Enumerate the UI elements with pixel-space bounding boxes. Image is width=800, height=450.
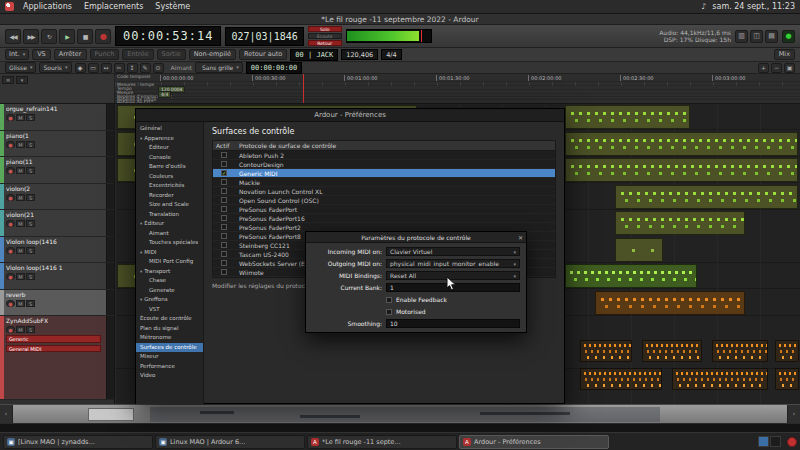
sync-mini-clock[interactable]: 00 | JACK <box>290 49 338 61</box>
indicator-retour[interactable]: Retour <box>308 40 342 46</box>
surface-checkbox[interactable] <box>221 215 227 221</box>
surface-checkbox[interactable] <box>221 233 227 239</box>
track-solo-button[interactable]: S <box>26 194 35 201</box>
mixer-tab-button[interactable]: Mix <box>774 49 795 60</box>
gnome-menu[interactable]: Applications <box>21 2 74 11</box>
midi-region[interactable] <box>712 340 768 362</box>
prefs-tree-item[interactable]: Barre d'outils <box>136 162 203 172</box>
nudge-clock[interactable]: 00:00:00:00 <box>246 62 302 74</box>
summary-view-rect[interactable] <box>88 408 134 421</box>
track-solo-button[interactable]: S <box>26 220 35 227</box>
track-badge[interactable]: General MIDI <box>6 345 101 353</box>
track-solo-button[interactable]: S <box>26 114 35 121</box>
prefs-tree-item[interactable]: Excentricités <box>136 181 203 191</box>
editor-summary[interactable]: ‹ › <box>0 404 800 424</box>
surface-checkbox[interactable] <box>221 206 227 212</box>
taskbar-item[interactable]: ▣[Linux MAO | zynadds… <box>3 435 153 449</box>
window-titlebar[interactable]: *Le fil rouge -11 septembre 2022 - Ardou… <box>0 14 800 25</box>
summary-scroll-right-icon[interactable]: › <box>787 405 800 423</box>
track-solo-button[interactable]: S <box>26 300 35 307</box>
edit-point-combo[interactable]: Souris ▾ <box>39 62 71 73</box>
transport-option-button[interactable]: Entrée <box>122 49 153 60</box>
track-record-arm-button[interactable]: ● <box>6 273 15 280</box>
surface-row[interactable]: Ableton Push 2 <box>213 151 555 160</box>
zoom-in-icon[interactable]: + <box>758 63 769 73</box>
mixer-window-icon[interactable]: ◫ <box>750 30 763 43</box>
transport-option-button[interactable]: Non-empilé <box>189 49 236 60</box>
prefs-tree-item[interactable]: Recorder <box>136 191 203 201</box>
midi-region[interactable] <box>595 291 745 315</box>
zoom-to-fit-icon[interactable]: ▣ <box>784 63 795 73</box>
trash-icon[interactable] <box>787 437 797 447</box>
prefs-tree-item[interactable]: ▾Transport <box>136 267 203 277</box>
range-tool[interactable]: ↔ <box>101 63 112 73</box>
meterbridge-icon[interactable]: ▥ <box>735 30 748 43</box>
transport-option-button[interactable]: Sortie <box>157 49 186 60</box>
workspace-2[interactable] <box>770 436 781 447</box>
track-mute-button[interactable]: M <box>16 247 25 254</box>
surface-row[interactable]: Open Sound Control (OSC) <box>213 196 555 205</box>
midi-region[interactable] <box>672 368 768 390</box>
prefs-tree-item[interactable]: Console <box>136 153 203 163</box>
midi-region[interactable] <box>565 158 798 182</box>
track-header[interactable]: reverb●MS <box>0 290 114 317</box>
track-badge[interactable]: Generic <box>6 335 101 343</box>
midi-region[interactable] <box>615 211 745 235</box>
track-name[interactable]: violon(21 <box>6 211 104 219</box>
prefs-tree-item[interactable]: Performance <box>136 362 203 372</box>
track-record-arm-button[interactable]: ● <box>6 114 15 121</box>
track-record-arm-button[interactable]: ● <box>6 194 15 201</box>
speaker-icon[interactable]: ♪ <box>701 2 706 11</box>
track-solo-button[interactable]: S <box>26 247 35 254</box>
surface-checkbox[interactable] <box>221 152 227 158</box>
transport-option-button[interactable]: Arrêter <box>54 49 87 60</box>
grab-tool[interactable]: ▭ <box>88 63 99 73</box>
go-end-button[interactable]: ▶▶ <box>23 29 39 44</box>
surface-row[interactable]: Novation Launch Control XL <box>213 187 555 196</box>
midi-region[interactable] <box>615 185 798 209</box>
surface-row[interactable]: PreSonus FaderPort <box>213 205 555 214</box>
track-header[interactable]: Violon loop(1416 1●MS <box>0 263 114 290</box>
taskbar-item[interactable]: A*Le fil rouge -11 septe… <box>307 435 457 449</box>
prefs-tree-item[interactable]: ▾MIDI <box>136 248 203 258</box>
protocol-select[interactable]: physical_midi_input_monitor_enable▾ <box>386 259 520 268</box>
protocol-checkbox[interactable] <box>386 309 392 315</box>
track-mute-button[interactable]: M <box>16 194 25 201</box>
summary-scroll-left-icon[interactable]: ‹ <box>0 405 13 423</box>
play-button[interactable]: ▶ <box>59 29 75 44</box>
gnome-clock[interactable]: sam. 24 sept., 11:23 <box>712 2 795 11</box>
draw-tool[interactable]: ✎ <box>140 63 151 73</box>
track-solo-button[interactable]: S <box>26 326 35 333</box>
track-solo-button[interactable]: S <box>26 141 35 148</box>
record-button[interactable]: ● <box>95 29 111 44</box>
protocol-select[interactable]: Clavier Virtuel▾ <box>386 247 520 256</box>
zoom-out-icon[interactable]: − <box>771 63 782 73</box>
track-record-arm-button[interactable]: ● <box>6 220 15 227</box>
track-record-arm-button[interactable]: ● <box>6 300 15 307</box>
surface-checkbox[interactable] <box>221 197 227 203</box>
prefs-tree-item[interactable]: ▾Greffons <box>136 295 203 305</box>
loop-button[interactable]: ↻ <box>41 29 57 44</box>
indicator-écoute[interactable]: Écoute <box>308 33 342 39</box>
edit-tool[interactable]: ⊙ <box>153 63 164 73</box>
track-name[interactable]: piano(11 <box>6 158 104 166</box>
midi-region[interactable] <box>580 368 662 390</box>
gnome-menu[interactable]: Système <box>153 2 192 11</box>
track-record-arm-button[interactable]: ● <box>6 326 15 333</box>
prefs-tree-item[interactable]: Couleurs <box>136 172 203 182</box>
prefs-tree-item[interactable]: Écoute de contrôle <box>136 314 203 324</box>
prefs-tree-item[interactable]: Éditeur <box>136 143 203 153</box>
taskbar-item[interactable]: AArdour - Préférences <box>459 435 609 449</box>
track-record-arm-button[interactable]: ● <box>6 141 15 148</box>
track-mute-button[interactable]: M <box>16 220 25 227</box>
ruler-visibility-button[interactable]: ≡ <box>2 76 14 84</box>
track-name[interactable]: orgue_refrain141 <box>6 105 104 113</box>
transport-option-button[interactable]: Retour auto <box>239 49 287 60</box>
protocol-titlebar[interactable]: Paramètres du protocole de contrôle ✕ <box>306 232 526 243</box>
workspace-pager[interactable] <box>758 436 781 447</box>
midi-region[interactable] <box>642 340 702 362</box>
surface-checkbox[interactable] <box>221 188 227 194</box>
track-header[interactable]: ZynAddSubFX●MSGenericGeneral MIDI <box>0 316 114 400</box>
indicator-solo[interactable]: Solo <box>308 26 342 32</box>
midi-region[interactable] <box>775 368 799 390</box>
